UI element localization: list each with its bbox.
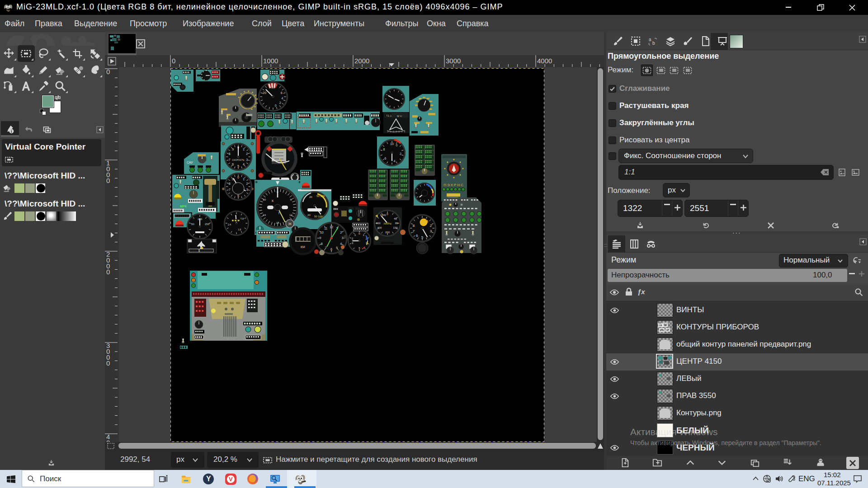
- svg-text:40: 40: [394, 217, 397, 220]
- svg-text:2: 2: [246, 182, 248, 185]
- svg-text:0: 0: [396, 144, 397, 147]
- svg-text:6: 6: [416, 234, 418, 238]
- svg-text:ЗК: ЗК: [288, 222, 292, 225]
- svg-text:5: 5: [237, 164, 239, 168]
- svg-text:400: 400: [377, 226, 382, 229]
- svg-text:8: 8: [413, 224, 415, 228]
- svg-text:200: 200: [385, 231, 390, 234]
- svg-text:7: 7: [229, 188, 231, 191]
- svg-text:0: 0: [237, 176, 239, 179]
- svg-text:КМ: КМ: [301, 245, 305, 249]
- svg-text:8: 8: [229, 152, 231, 155]
- svg-text:2: 2: [279, 101, 281, 104]
- svg-text:100: 100: [393, 226, 398, 229]
- svg-text:80: 80: [395, 222, 398, 225]
- svg-text:150: 150: [205, 223, 210, 225]
- svg-text:20: 20: [307, 214, 311, 216]
- svg-text:5: 5: [421, 235, 424, 239]
- svg-text:3: 3: [342, 236, 344, 239]
- svg-text:0: 0: [106, 268, 110, 276]
- svg-text:M V: M V: [397, 115, 402, 117]
- svg-text:2: 2: [340, 231, 342, 234]
- svg-text:5: 5: [237, 194, 239, 197]
- svg-text:20: 20: [263, 91, 266, 94]
- svg-text:1: 1: [243, 178, 245, 181]
- svg-text:8: 8: [383, 148, 385, 151]
- svg-text:3000: 3000: [446, 57, 461, 65]
- svg-text:4: 4: [393, 160, 395, 163]
- svg-text:6: 6: [232, 163, 234, 166]
- svg-text:2.4: 2.4: [228, 223, 231, 226]
- svg-text:1: 1: [243, 148, 245, 151]
- svg-text:4: 4: [340, 242, 342, 245]
- svg-text:30: 30: [263, 198, 266, 201]
- svg-text:18: 18: [276, 221, 279, 224]
- svg-text:0: 0: [275, 104, 277, 107]
- svg-text:4: 4: [243, 163, 245, 166]
- svg-text:0: 0: [106, 68, 110, 75]
- svg-text:9: 9: [320, 236, 321, 239]
- svg-text:3: 3: [246, 188, 248, 191]
- svg-text:6: 6: [281, 91, 283, 94]
- svg-text:0: 0: [106, 439, 110, 442]
- svg-text:2: 2: [400, 152, 401, 155]
- svg-text:20: 20: [309, 196, 312, 198]
- svg-text:8: 8: [321, 242, 323, 245]
- svg-text:50 100: 50 100: [314, 215, 323, 218]
- svg-text:0: 0: [172, 57, 175, 65]
- svg-text:7: 7: [413, 229, 415, 233]
- svg-text:3: 3: [246, 158, 248, 161]
- svg-text:2: 2: [246, 152, 248, 155]
- svg-text:МРК: МРК: [180, 205, 187, 208]
- svg-text:6: 6: [385, 157, 387, 160]
- svg-text:1000: 1000: [380, 214, 386, 216]
- svg-text:7: 7: [325, 246, 327, 249]
- svg-text:11: 11: [324, 227, 327, 230]
- svg-text:9: 9: [232, 148, 234, 151]
- svg-text:САУ: САУ: [187, 161, 193, 164]
- svg-text:Г: Г: [278, 211, 280, 215]
- svg-text:8: 8: [229, 182, 231, 185]
- svg-text:T2.1: T2.1: [386, 114, 392, 117]
- svg-text:0: 0: [106, 177, 110, 184]
- svg-text:a: a: [649, 37, 651, 42]
- svg-text:10: 10: [390, 142, 394, 145]
- svg-text:b: b: [652, 41, 655, 46]
- svg-text:12: 12: [289, 214, 292, 216]
- svg-text:50: 50: [191, 223, 194, 225]
- svg-text:6: 6: [330, 248, 332, 251]
- svg-text:4000: 4000: [537, 57, 552, 65]
- svg-text:7: 7: [229, 158, 231, 161]
- svg-text:5: 5: [336, 246, 338, 249]
- svg-text:2: 2: [430, 224, 432, 228]
- svg-text:600: 600: [376, 222, 381, 225]
- svg-text:24: 24: [263, 214, 266, 216]
- svg-text:ПЭХРНС: ПЭХРНС: [443, 183, 464, 187]
- svg-text:2000: 2000: [354, 57, 369, 65]
- svg-text:10: 10: [320, 231, 324, 234]
- svg-text:1000: 1000: [263, 57, 278, 65]
- svg-text:4: 4: [282, 97, 283, 100]
- svg-text:50 100: 50 100: [316, 195, 325, 197]
- svg-text:1.6: 1.6: [238, 228, 241, 231]
- svg-text:0: 0: [106, 359, 110, 367]
- svg-text:ЛИТРЫ: ЛИТРЫ: [383, 222, 392, 225]
- svg-text:СКОРОСТЬ: СКОРОСТЬ: [232, 159, 245, 161]
- svg-text:3: 3: [430, 229, 432, 233]
